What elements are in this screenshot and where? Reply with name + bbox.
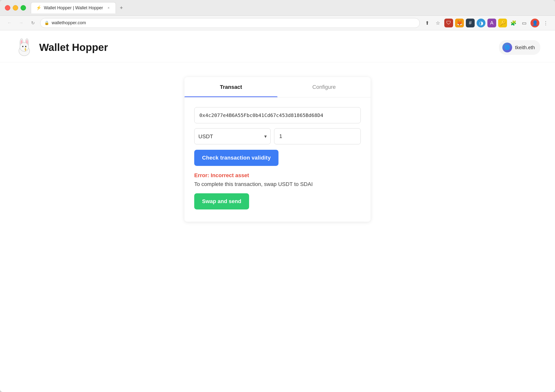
forward-button[interactable]: → xyxy=(17,19,25,27)
extension-lock-icon[interactable]: 🔑 xyxy=(498,19,507,27)
tabs-header: Transact Configure xyxy=(184,77,371,97)
traffic-lights xyxy=(5,5,26,11)
new-tab-button[interactable]: + xyxy=(117,3,126,12)
svg-point-6 xyxy=(22,46,24,47)
extension-shield-icon[interactable]: 🛡 xyxy=(444,19,453,27)
amount-input[interactable] xyxy=(274,128,361,144)
user-avatar-icon: 🌐 xyxy=(502,43,512,52)
app-logo: Wallet Hopper xyxy=(15,38,108,57)
tab-bar: ⚡ Wallet Hopper | Wallet Hopper × + xyxy=(31,2,537,13)
tabs-container: Transact Configure USDT ETH DAI xyxy=(184,77,371,222)
extension-a-icon[interactable]: A xyxy=(487,19,496,27)
check-validity-button[interactable]: Check transaction validity xyxy=(194,150,278,166)
app-header: Wallet Hopper 🌐 tkeith.eth xyxy=(0,30,555,62)
swap-and-send-button[interactable]: Swap and send xyxy=(194,193,249,209)
back-button[interactable]: ← xyxy=(5,19,14,27)
tab-content-transact: USDT ETH DAI USDC SDAI ▾ Check transacti… xyxy=(184,97,371,222)
url-text: wallethopper.com xyxy=(52,20,86,25)
profile-avatar[interactable]: 👤 xyxy=(531,19,539,27)
browser-window: ⚡ Wallet Hopper | Wallet Hopper × + ← → … xyxy=(0,0,555,392)
minimize-button[interactable] xyxy=(13,5,18,11)
recipient-address-input[interactable] xyxy=(194,107,361,123)
main-content: Transact Configure USDT ETH DAI xyxy=(0,62,555,392)
puzzle-icon[interactable]: 🧩 xyxy=(509,19,518,27)
error-label: Error: Incorrect asset xyxy=(194,172,361,179)
bookmark-icon[interactable]: ☆ xyxy=(434,19,442,27)
asset-select-wrapper: USDT ETH DAI USDC SDAI ▾ xyxy=(194,128,271,144)
svg-point-7 xyxy=(25,46,26,47)
close-button[interactable] xyxy=(5,5,10,11)
error-description: To complete this transaction, swap USDT … xyxy=(194,181,361,187)
tab-configure[interactable]: Configure xyxy=(278,77,371,97)
extension-fox-icon[interactable]: 🦊 xyxy=(455,19,464,27)
user-name: tkeith.eth xyxy=(515,45,535,50)
error-section: Error: Incorrect asset To complete this … xyxy=(194,172,361,209)
user-badge[interactable]: 🌐 tkeith.eth xyxy=(499,40,540,55)
asset-select[interactable]: USDT ETH DAI USDC SDAI xyxy=(194,128,271,144)
browser-tab-active[interactable]: ⚡ Wallet Hopper | Wallet Hopper × xyxy=(31,2,116,13)
address-bar[interactable]: 🔒 wallethopper.com xyxy=(40,18,420,28)
rabbit-logo-icon xyxy=(15,38,34,57)
page-content: Wallet Hopper 🌐 tkeith.eth Transact Conf… xyxy=(0,30,555,392)
nav-bar: ← → ↻ 🔒 wallethopper.com ⬆ ☆ 🛡 🦊 # ◑ A 🔑… xyxy=(0,16,555,30)
asset-amount-row: USDT ETH DAI USDC SDAI ▾ xyxy=(194,128,361,144)
lock-icon: 🔒 xyxy=(44,21,49,25)
tab-title: Wallet Hopper | Wallet Hopper xyxy=(44,5,103,11)
extension-grid-icon[interactable]: # xyxy=(466,19,475,27)
maximize-button[interactable] xyxy=(21,5,26,11)
svg-point-5 xyxy=(20,43,29,51)
tab-favicon-icon: ⚡ xyxy=(36,5,41,11)
tab-close-icon[interactable]: × xyxy=(106,6,111,10)
extension-arc-icon[interactable]: ◑ xyxy=(477,19,485,27)
share-icon[interactable]: ⬆ xyxy=(423,19,432,27)
app-title: Wallet Hopper xyxy=(39,42,108,53)
reload-button[interactable]: ↻ xyxy=(28,19,37,27)
tab-transact[interactable]: Transact xyxy=(184,77,278,97)
title-bar: ⚡ Wallet Hopper | Wallet Hopper × + xyxy=(0,0,555,16)
nav-actions: ⬆ ☆ 🛡 🦊 # ◑ A 🔑 🧩 ▭ 👤 ⋮ xyxy=(423,19,550,27)
sidebar-icon[interactable]: ▭ xyxy=(520,19,529,27)
more-menu-icon[interactable]: ⋮ xyxy=(541,19,550,27)
